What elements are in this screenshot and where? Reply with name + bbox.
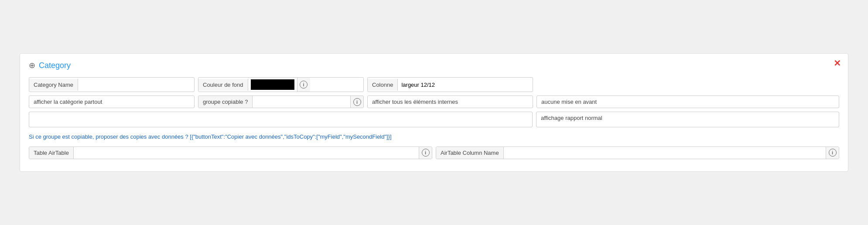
- link-row: Si ce groupe est copiable, proposer des …: [29, 131, 839, 143]
- afficher-elements-field[interactable]: afficher tous les éléments internes: [367, 95, 533, 108]
- airtable-table-input[interactable]: [74, 147, 419, 159]
- colonne-input[interactable]: [398, 79, 533, 91]
- airtable-column-info-button[interactable]: i: [826, 147, 839, 159]
- category-name-label: Category Name: [29, 79, 78, 91]
- text-area-input[interactable]: [29, 112, 533, 127]
- aucune-mise-field[interactable]: aucune mise en avant: [537, 95, 839, 108]
- couleur-fond-field: Couleur de fond i: [198, 77, 364, 92]
- airtable-table-info-button[interactable]: i: [419, 147, 432, 159]
- airtable-table-field: Table AirTable i: [29, 147, 432, 159]
- info-icon: i: [422, 149, 430, 157]
- category-panel: ⊕ Category ✕ Category Name Couleur de fo…: [20, 53, 848, 172]
- colonne-field: Colonne: [367, 77, 533, 92]
- info-icon: i: [353, 98, 361, 106]
- panel-header: ⊕ Category ✕: [29, 61, 839, 70]
- close-button[interactable]: ✕: [834, 59, 841, 68]
- airtable-column-input[interactable]: [504, 147, 826, 159]
- category-name-field: Category Name: [29, 77, 195, 92]
- groupe-copiable-info-button[interactable]: i: [350, 96, 363, 108]
- couleur-info-button[interactable]: i: [297, 78, 310, 92]
- airtable-row: Table AirTable i AirTable Column Name i: [29, 147, 839, 159]
- groupe-copiable-input[interactable]: [253, 96, 350, 108]
- colonne-label: Colonne: [368, 79, 398, 91]
- panel-title: Category: [39, 61, 71, 70]
- row-1: Category Name Couleur de fond i Colonne: [29, 77, 839, 92]
- airtable-column-label: AirTable Column Name: [436, 147, 504, 159]
- info-icon: i: [300, 81, 308, 89]
- row-2: afficher la catégorie partout groupe cop…: [29, 95, 839, 108]
- color-swatch[interactable]: [251, 79, 294, 90]
- copy-link-text[interactable]: Si ce groupe est copiable, proposer des …: [29, 131, 392, 143]
- airtable-table-label: Table AirTable: [29, 147, 74, 159]
- groupe-copiable-label: groupe copiable ?: [198, 96, 253, 108]
- airtable-column-field: AirTable Column Name i: [436, 147, 839, 159]
- afficher-categorie-field[interactable]: afficher la catégorie partout: [29, 95, 195, 108]
- info-icon: i: [829, 149, 837, 157]
- row-3: affichage rapport normal: [29, 112, 839, 127]
- category-name-input[interactable]: [78, 79, 194, 91]
- couleur-fond-label: Couleur de fond: [198, 79, 248, 91]
- groupe-copiable-field: groupe copiable ? i: [198, 95, 364, 108]
- drag-icon[interactable]: ⊕: [29, 61, 35, 70]
- affichage-rapport-field[interactable]: affichage rapport normal: [536, 112, 839, 127]
